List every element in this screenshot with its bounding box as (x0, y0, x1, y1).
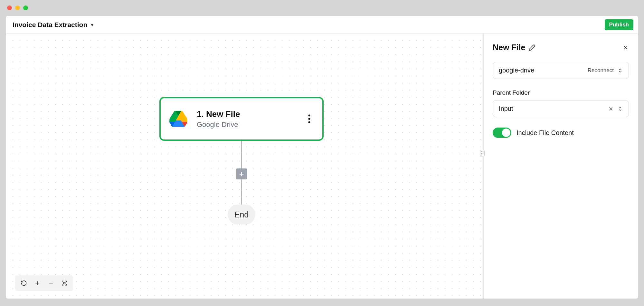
reconnect-button[interactable]: Reconnect (588, 67, 614, 74)
chevrons-up-down-icon (618, 68, 623, 73)
svg-point-6 (481, 153, 482, 154)
window-minimize-dot[interactable] (15, 5, 20, 10)
workflow-canvas[interactable]: 1. New File Google Drive + End (6, 34, 483, 299)
canvas-toolbar (15, 275, 73, 291)
workflow-node-new-file[interactable]: 1. New File Google Drive (159, 97, 324, 141)
connection-field[interactable]: google-drive Reconnect (493, 62, 629, 79)
svg-rect-3 (64, 282, 65, 284)
parent-folder-value: Input (499, 105, 513, 112)
window-close-dot[interactable] (7, 5, 12, 10)
svg-point-9 (483, 155, 484, 156)
end-node: End (228, 205, 255, 225)
node-menu-button[interactable] (304, 114, 314, 123)
panel-title: New File (493, 43, 525, 52)
refresh-button[interactable] (17, 277, 31, 289)
connection-value: google-drive (499, 67, 534, 74)
minus-icon (48, 280, 54, 286)
zoom-in-button[interactable] (31, 277, 44, 289)
svg-point-8 (481, 155, 482, 156)
connector-line (241, 141, 242, 168)
fit-screen-icon (61, 280, 68, 286)
parent-folder-field[interactable]: Input (493, 100, 629, 117)
pencil-icon (528, 44, 535, 51)
node-title: 1. New File (197, 109, 304, 119)
fit-view-button[interactable] (58, 277, 71, 289)
publish-button[interactable]: Publish (605, 19, 633, 30)
panel-resize-handle[interactable] (480, 150, 485, 157)
grip-icon (481, 151, 484, 156)
svg-point-0 (308, 114, 310, 116)
include-content-label: Include File Content (516, 129, 574, 137)
svg-point-2 (308, 121, 310, 123)
vertical-dots-icon (308, 114, 310, 123)
svg-point-7 (483, 153, 484, 154)
svg-point-1 (308, 118, 310, 120)
refresh-icon (21, 280, 27, 286)
add-step-button[interactable]: + (236, 168, 247, 179)
main-area: 1. New File Google Drive + End (6, 34, 638, 299)
close-icon (608, 106, 614, 112)
close-panel-button[interactable] (622, 44, 629, 51)
folder-selector-button[interactable] (618, 106, 623, 112)
window-titlebar (0, 0, 644, 15)
inspector-panel: New File google-drive Reconnect (483, 34, 638, 299)
clear-folder-button[interactable] (608, 106, 614, 112)
toggle-knob (502, 129, 510, 137)
app-frame: Invoice Data Extraction ▼ Publish (6, 15, 638, 299)
workflow-title: Invoice Data Extraction (13, 21, 87, 29)
chevrons-up-down-icon (618, 106, 623, 112)
app-header: Invoice Data Extraction ▼ Publish (6, 16, 638, 34)
connection-selector-button[interactable] (618, 68, 623, 73)
svg-point-4 (481, 151, 482, 152)
node-text: 1. New File Google Drive (197, 109, 304, 129)
workflow-title-dropdown[interactable]: Invoice Data Extraction ▼ (13, 21, 94, 29)
connector-line (241, 179, 242, 207)
close-icon (622, 44, 629, 51)
caret-down-icon: ▼ (90, 22, 94, 27)
svg-point-5 (483, 151, 484, 152)
plus-icon (34, 280, 41, 286)
window-maximize-dot[interactable] (23, 5, 28, 10)
google-drive-icon (169, 111, 188, 127)
edit-title-button[interactable] (528, 44, 535, 51)
zoom-out-button[interactable] (44, 277, 58, 289)
panel-header: New File (493, 43, 629, 52)
parent-folder-label: Parent Folder (493, 89, 629, 96)
node-subtitle: Google Drive (197, 120, 304, 129)
include-content-row: Include File Content (493, 128, 629, 138)
include-content-toggle[interactable] (493, 128, 511, 138)
